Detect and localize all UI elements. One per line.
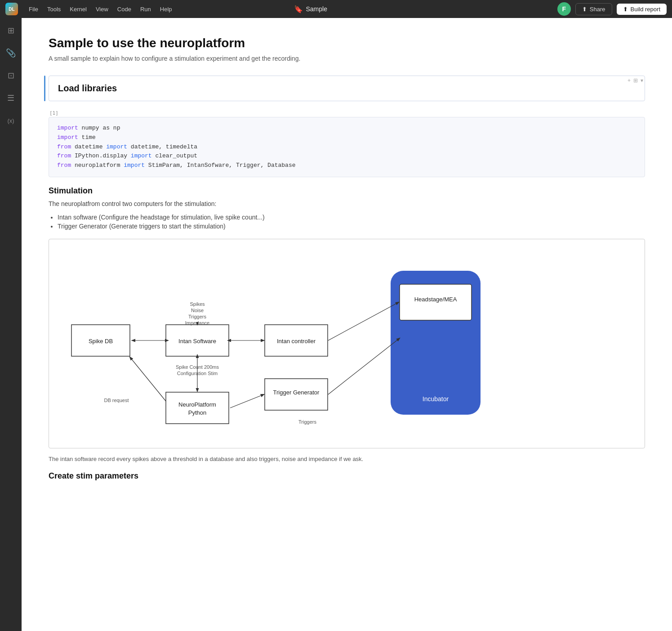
load-libraries-heading: Load libraries: [58, 83, 636, 94]
menu-help[interactable]: Help: [156, 4, 176, 14]
app-logo[interactable]: DL: [5, 3, 18, 15]
headstage-label: Headstage/MEA: [414, 296, 457, 303]
svg-line-13: [130, 357, 166, 401]
cell-options-icon[interactable]: ▾: [641, 77, 643, 84]
menu-run[interactable]: Run: [137, 4, 155, 14]
execution-count-1: [1]: [49, 110, 645, 116]
notebook-name-header: 🔖 Sample: [294, 5, 327, 13]
bullet-intan: Intan software (Configure the headstage …: [58, 214, 645, 221]
add-cell-icon[interactable]: +: [627, 77, 631, 84]
svg-line-10: [328, 302, 399, 340]
code-cell-1: [1] import numpy as np import time from …: [49, 110, 645, 177]
bullet-trigger: Trigger Generator (Generate triggers to …: [58, 223, 645, 230]
stimulation-title: Stimulation: [49, 186, 645, 196]
menu-bar: File Tools Kernel View Code Run Help: [25, 4, 176, 14]
chip-icon[interactable]: ⊡: [4, 68, 18, 83]
menu-kernel[interactable]: Kernel: [66, 4, 90, 14]
neuroplatform-label2: Python: [188, 409, 206, 416]
stimulation-section: Stimulation The neuroplatfrom control tw…: [49, 186, 645, 230]
menubar: DL File Tools Kernel View Code Run Help …: [0, 0, 672, 18]
report-icon: ⬆: [623, 6, 628, 13]
notebook-subtitle: A small sample to explain how to configu…: [49, 55, 645, 62]
app-body: ⊞ 📎 ⊡ ☰ (x) Sample to use the neuroplatf…: [0, 18, 672, 631]
trigger-generator-label: Trigger Generator: [273, 389, 320, 396]
list-icon[interactable]: ☰: [4, 91, 18, 105]
share-button[interactable]: ⬆ Share: [575, 3, 612, 15]
intan-controller-label: Intan controller: [277, 338, 316, 345]
variable-icon[interactable]: (x): [4, 113, 18, 128]
stimulation-bullets: Intan software (Configure the headstage …: [58, 214, 645, 230]
menu-code[interactable]: Code: [114, 4, 135, 14]
stimulation-description: The neuroplatfrom control two computers …: [49, 200, 645, 207]
svg-text:Triggers: Triggers: [298, 419, 316, 425]
neuroplatform-label1: NeuroPlatform: [178, 401, 216, 408]
share-icon: ⬆: [582, 6, 587, 13]
layers-icon[interactable]: ⊞: [4, 23, 18, 38]
user-avatar[interactable]: F: [557, 2, 571, 16]
load-libraries-markdown[interactable]: + ⊞ ▾ Load libraries: [49, 76, 645, 101]
menu-tools[interactable]: Tools: [44, 4, 64, 14]
load-libraries-cell: + ⊞ ▾ Load libraries: [49, 76, 645, 101]
svg-line-15: [328, 338, 400, 394]
svg-line-14: [230, 394, 264, 408]
create-stim-title: Create stim parameters: [49, 471, 645, 481]
intan-software-label: Intan Software: [178, 338, 216, 345]
attachment-icon[interactable]: 📎: [4, 46, 18, 60]
svg-text:Triggers: Triggers: [188, 314, 206, 319]
build-report-button[interactable]: ⬆ Build report: [617, 4, 667, 15]
create-stim-section: Create stim parameters: [49, 471, 645, 481]
menu-file[interactable]: File: [25, 4, 42, 14]
bookmark-icon: 🔖: [294, 5, 303, 13]
architecture-diagram: Headstage/MEA Incubator Spike DB Intan S…: [58, 248, 490, 437]
header-actions: F ⬆ Share ⬆ Build report: [557, 2, 667, 16]
svg-text:Spikes: Spikes: [190, 301, 205, 307]
incubator-label: Incubator: [423, 395, 449, 403]
svg-text:Noise: Noise: [191, 308, 204, 313]
svg-text:Impedance: Impedance: [185, 320, 209, 326]
diagram-caption: The intan software record every spikes a…: [49, 456, 645, 462]
spike-db-label: Spike DB: [89, 338, 113, 345]
code-editor-1[interactable]: import numpy as np import time from date…: [49, 117, 645, 177]
neuroplatform-box: [166, 392, 229, 424]
notebook-content: Sample to use the neuroplatform A small …: [22, 18, 672, 631]
svg-text:DB request: DB request: [104, 398, 129, 403]
diagram-container: Headstage/MEA Incubator Spike DB Intan S…: [49, 239, 645, 448]
cell-toolbar: + ⊞ ▾: [627, 77, 643, 84]
cell-menu-icon[interactable]: ⊞: [633, 77, 638, 84]
menu-view[interactable]: View: [92, 4, 112, 14]
notebook-title: Sample to use the neuroplatform: [49, 36, 645, 50]
cell-active-indicator: [44, 76, 45, 101]
sidebar: ⊞ 📎 ⊡ ☰ (x): [0, 18, 22, 631]
